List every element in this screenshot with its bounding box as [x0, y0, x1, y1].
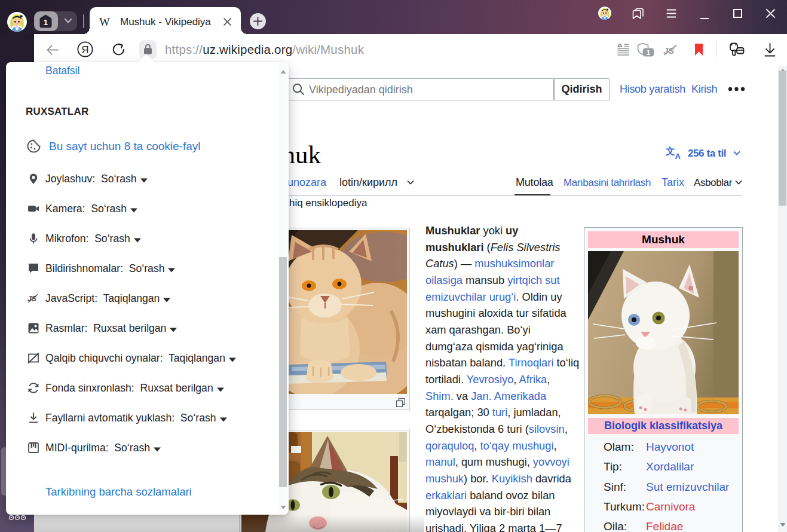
svg-text:1: 1 — [647, 49, 651, 56]
svg-text:A: A — [675, 152, 681, 160]
svg-text:Я: Я — [81, 44, 88, 56]
svg-text:文: 文 — [666, 146, 675, 156]
svg-text:1: 1 — [44, 18, 48, 27]
